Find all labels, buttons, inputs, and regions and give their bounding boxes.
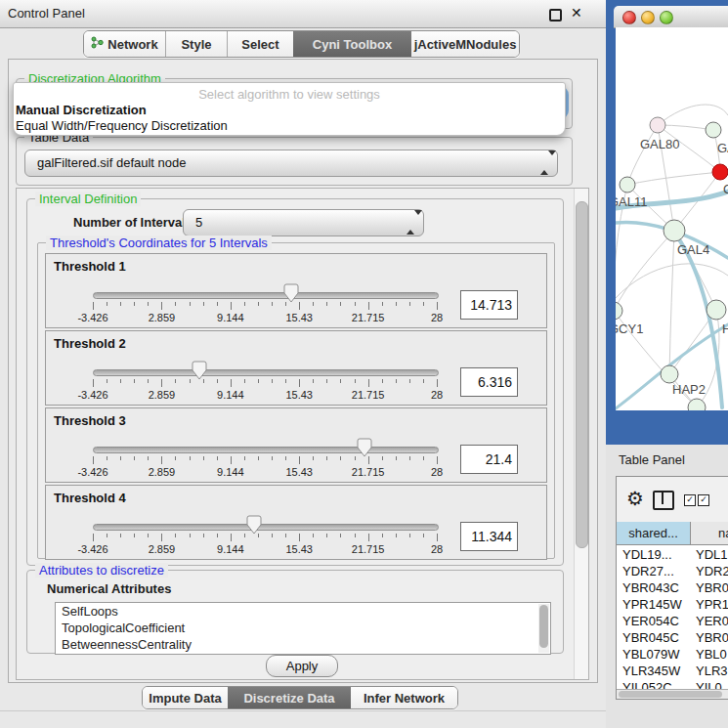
tab-jactivemnodules[interactable]: jActiveMNodules <box>411 31 519 57</box>
cell-shared-name[interactable]: YPR145W <box>617 596 691 613</box>
tab-style[interactable]: Style <box>165 31 227 57</box>
cell-name[interactable]: YBR0 <box>691 629 728 646</box>
checkbox-icon[interactable]: ✓ <box>698 494 709 506</box>
slider-tick <box>437 379 438 387</box>
slider-tick <box>107 534 107 537</box>
cell-name[interactable]: YER0 <box>691 613 728 629</box>
float-window-icon[interactable] <box>549 9 562 21</box>
cell-name[interactable]: YIL0 <box>691 679 728 689</box>
table-row[interactable]: YBR045CYBR0 <box>617 629 728 646</box>
network-node-gal4[interactable] <box>664 220 685 241</box>
cell-shared-name[interactable]: YBR043C <box>617 579 691 596</box>
cell-shared-name[interactable]: YLR345W <box>617 663 691 679</box>
gear-icon[interactable]: ⚙ <box>626 487 644 510</box>
network-canvas[interactable]: GAL80GACGAL11GAL4GCY1HHAP2 <box>616 27 728 410</box>
network-node-hap2[interactable] <box>661 365 678 383</box>
slider-tick <box>313 302 314 306</box>
network-node-h[interactable] <box>707 300 726 320</box>
threshold-value-field[interactable]: 6.316 <box>460 367 518 397</box>
slider-thumb[interactable] <box>246 515 262 535</box>
slider-tick <box>272 534 273 537</box>
horizontal-scrollbar-thumb[interactable] <box>619 691 722 698</box>
tab-select[interactable]: Select <box>227 31 293 57</box>
zoom-traffic-light-icon[interactable] <box>660 11 673 24</box>
threshold-label: Threshold 2 <box>54 336 126 351</box>
threshold-value-field[interactable]: 11.344 <box>460 522 518 551</box>
slider-thumb[interactable] <box>283 283 299 303</box>
horizontal-scrollbar[interactable] <box>617 689 728 699</box>
slider-tick <box>299 302 300 310</box>
table-row[interactable]: YBL079WYBL0 <box>617 646 728 663</box>
cell-shared-name[interactable]: YDR27... <box>617 563 691 579</box>
tab-impute-data[interactable]: Impute Data <box>143 687 228 708</box>
table-data-combobox[interactable]: galFiltered.sif default node <box>24 150 558 177</box>
numerical-attribute-item[interactable]: BetweennessCentrality <box>56 636 550 653</box>
cell-shared-name[interactable]: YER054C <box>617 613 691 629</box>
table-row[interactable]: YIL052CYIL0 <box>617 679 728 689</box>
slider-thumb[interactable] <box>357 438 372 457</box>
cell-name[interactable]: YBR0 <box>691 579 728 596</box>
numerical-attribute-item[interactable]: SelfLoops <box>56 603 550 620</box>
slider-tick <box>326 456 327 460</box>
bottom-tabbar: Impute DataDiscretize DataInfer Network <box>142 686 458 709</box>
cell-shared-name[interactable]: YBL079W <box>617 646 691 663</box>
popup-option-manual-discretization[interactable]: Manual Discretization <box>16 103 147 117</box>
threshold-value-field[interactable]: 21.4 <box>460 445 518 474</box>
vertical-scrollbar[interactable] <box>574 189 588 679</box>
table-row[interactable]: YBR043CYBR0 <box>617 579 728 596</box>
table-row[interactable]: YDR27...YDR2 <box>617 563 728 579</box>
slider-track[interactable] <box>93 369 439 376</box>
network-node-gal11[interactable] <box>620 177 635 193</box>
network-graph[interactable]: GAL80GACGAL11GAL4GCY1HHAP2 <box>616 27 728 410</box>
list-scrollbar[interactable] <box>538 604 549 653</box>
tab-infer-network[interactable]: Infer Network <box>351 687 457 708</box>
table-row[interactable]: YPR145WYPR1 <box>617 596 728 613</box>
cell-name[interactable]: YLR3 <box>691 663 728 679</box>
minimize-traffic-light-icon[interactable] <box>641 11 655 24</box>
close-icon[interactable]: ✕ <box>571 5 582 21</box>
cell-shared-name[interactable]: YBR045C <box>617 629 691 646</box>
tab-discretize-data[interactable]: Discretize Data <box>228 687 351 708</box>
split-view-icon[interactable] <box>653 491 674 510</box>
numerical-attribute-item[interactable]: TopologicalCoefficient <box>56 620 550 636</box>
interval-definition-title: Interval Definition <box>35 192 141 206</box>
list-scrollbar-thumb[interactable] <box>539 605 548 648</box>
slider-tick <box>161 302 162 310</box>
popup-option-equal-width-frequency-discretization[interactable]: Equal Width/Frequency Discretization <box>16 118 228 133</box>
cell-name[interactable]: YDR2 <box>691 563 728 579</box>
checkbox-icon[interactable]: ✓ <box>684 494 696 506</box>
cell-name[interactable]: YBL0 <box>691 646 728 663</box>
table-row[interactable]: YLR345WYLR3 <box>617 663 728 679</box>
slider-tick <box>368 456 369 464</box>
network-node-c[interactable] <box>712 164 728 180</box>
numerical-attributes-list[interactable]: SelfLoopsTopologicalCoefficientBetweenne… <box>55 602 551 655</box>
cell-name[interactable]: YPR1 <box>691 596 728 613</box>
slider-tick <box>326 302 327 306</box>
network-window-titlebar[interactable] <box>614 6 728 28</box>
network-node-ga[interactable] <box>706 122 721 138</box>
column-header-shared-name[interactable]: shared... <box>617 522 691 545</box>
apply-button[interactable]: Apply <box>266 655 338 677</box>
cell-shared-name[interactable]: YDL19... <box>617 546 691 563</box>
table-row[interactable]: YDL19...YDL1 <box>617 546 728 563</box>
slider-track[interactable] <box>93 447 439 453</box>
slider-tick-label: 9.144 <box>201 389 260 401</box>
slider-track[interactable] <box>93 524 439 531</box>
cell-name[interactable]: YDL1 <box>691 546 728 563</box>
table-row[interactable]: YER054CYER0 <box>617 613 728 629</box>
cell-shared-name[interactable]: YIL052C <box>617 679 691 689</box>
tab-network[interactable]: Network <box>84 31 165 57</box>
slider-track[interactable] <box>93 292 439 299</box>
close-traffic-light-icon[interactable] <box>622 11 636 24</box>
vertical-scrollbar-thumb[interactable] <box>576 201 588 548</box>
slider-tick <box>93 302 94 310</box>
num-intervals-combobox[interactable]: 5 <box>183 209 424 236</box>
table-panel-title: Table Panel <box>619 452 685 467</box>
column-header-name[interactable]: na <box>691 522 728 545</box>
network-node-gal80[interactable] <box>650 117 665 133</box>
network-node-gcy1[interactable] <box>616 302 622 320</box>
slider-thumb[interactable] <box>192 361 207 380</box>
slider-tick <box>203 456 204 460</box>
threshold-value-field[interactable]: 14.713 <box>460 290 518 320</box>
tab-cyni-toolbox[interactable]: Cyni Toolbox <box>293 31 411 57</box>
